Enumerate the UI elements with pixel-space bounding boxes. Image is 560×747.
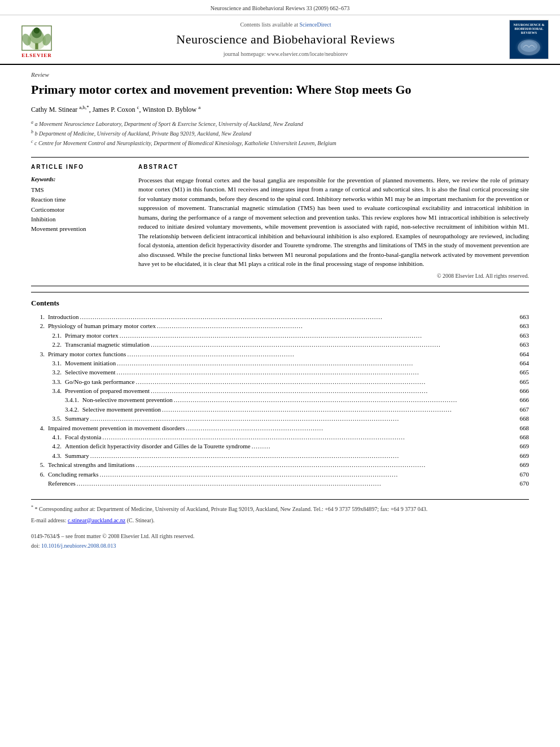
journal-cover-image: NEUROSCIENCE & BIOBEHAVIORAL REVIEWS: [509, 20, 549, 59]
toc-num-3-4-2: 3.4.2.: [65, 405, 82, 414]
toc-title-2-1: Primary motor cortex ...................…: [65, 331, 529, 340]
toc-title-2: Physiology of human primary motor cortex…: [48, 322, 529, 330]
toc-num-3-3: 3.3.: [48, 378, 65, 386]
affiliation-c: c c Centre for Movement Control and Neur…: [31, 138, 529, 148]
author-coxon: James P. Coxon c,: [93, 106, 142, 113]
toc-item-4-2: 4.2. Attention deficit hyperactivity dis…: [31, 442, 529, 451]
toc-title-3-4-1: Non-selective movement prevention ......…: [82, 396, 529, 404]
table-of-contents: Contents 1. Introduction ...............…: [31, 292, 529, 488]
keyword-movement-prevention: Movement prevention: [31, 225, 127, 233]
svg-point-4: [34, 28, 40, 34]
keywords-label: Keywords:: [31, 176, 127, 184]
toc-num-3-1: 3.1.: [48, 359, 65, 368]
keyword-corticomotor: Corticomotor: [31, 206, 127, 214]
toc-title-3-4: Prevention of prepared movement ........…: [65, 387, 529, 395]
elsevier-logo: ELSEVIER: [11, 20, 62, 59]
affiliation-a: a a Movement Neuroscience Laboratory, De…: [31, 119, 529, 129]
journal-top-header: Neuroscience and Biobehavioral Reviews 3…: [0, 0, 560, 15]
article-content: Review Primary motor cortex and movement…: [0, 65, 560, 561]
toc-num-3-2: 3.2.: [48, 368, 65, 377]
elsevier-tree-icon: [20, 25, 54, 51]
journal-homepage: journal homepage: www.elsevier.com/locat…: [73, 50, 498, 58]
toc-item-3-1: 3.1. Movement initiation ...............…: [31, 359, 529, 368]
toc-item-4: 4. Impaired movement prevention in movem…: [31, 424, 529, 433]
toc-num-3: 3.: [31, 350, 48, 359]
toc-item-3-2: 3.2. Selective movement ................…: [31, 368, 529, 377]
divider-after-affiliations: [31, 157, 529, 158]
affiliations: a a Movement Neuroscience Laboratory, De…: [31, 119, 529, 148]
toc-title-4-2: Attention deficit hyperactivity disorder…: [65, 442, 529, 451]
toc-num-2: 2.: [31, 322, 48, 330]
keyword-tms: TMS: [31, 186, 127, 194]
toc-item-3-4-1: 3.4.1. Non-selective movement prevention…: [31, 396, 529, 404]
journal-banner: ELSEVIER Contents lists available at Sci…: [0, 15, 560, 65]
toc-num-2-1: 2.1.: [48, 331, 65, 340]
cover-brain-image: [515, 37, 543, 57]
svg-point-9: [520, 41, 537, 52]
toc-title-4: Impaired movement prevention in movement…: [48, 424, 529, 433]
toc-title-3-2: Selective movement .....................…: [65, 368, 529, 377]
toc-item-2: 2. Physiology of human primary motor cor…: [31, 322, 529, 330]
author-byblow: Winston D. Byblow a: [142, 106, 200, 113]
copyright-notice: © 2008 Elsevier Ltd. All rights reserved…: [138, 272, 529, 280]
toc-item-5: 5. Technical strengths and limitations .…: [31, 461, 529, 469]
toc-item-4-3: 4.3. Summary ...........................…: [31, 452, 529, 460]
abstract-header: ABSTRACT: [138, 163, 529, 171]
issn-note: 0149-7634/$ – see front matter © 2008 El…: [31, 532, 529, 540]
toc-item-3-4: 3.4. Prevention of prepared movement ...…: [31, 387, 529, 395]
article-title: Primary motor cortex and movement preven…: [31, 82, 529, 98]
toc-item-3-4-2: 3.4.2. Selective movement prevention ...…: [31, 405, 529, 414]
toc-num-3-5: 3.5.: [48, 414, 65, 423]
affiliation-b: b b Department of Medicine, University o…: [31, 129, 529, 138]
toc-title-2-2: Transcranial magnetic stimulation ......…: [65, 340, 529, 349]
keyword-inhibition: Inhibition: [31, 215, 127, 224]
toc-item-3: 3. Primary motor cortex functions ......…: [31, 350, 529, 359]
toc-num-3-4: 3.4.: [48, 387, 65, 395]
toc-num-6: 6.: [31, 470, 48, 479]
toc-item-1: 1. Introduction ........................…: [31, 313, 529, 321]
toc-item-3-3: 3.3. Go/No-go task performance .........…: [31, 378, 529, 386]
toc-num-3-4-1: 3.4.1.: [65, 396, 82, 404]
cover-title-text: NEUROSCIENCE & BIOBEHAVIORAL REVIEWS: [510, 22, 548, 37]
toc-num-2-2: 2.2.: [48, 340, 65, 349]
toc-item-4-1: 4.1. Focal dystonia ....................…: [31, 433, 529, 442]
toc-num-4: 4.: [31, 424, 48, 433]
toc-item-2-1: 2.1. Primary motor cortex ..............…: [31, 331, 529, 340]
toc-num-4-2: 4.2.: [48, 442, 65, 451]
doi-line: doi: 10.1016/j.neubiorev.2008.08.013: [31, 542, 529, 550]
article-info-header: ARTICLE INFO: [31, 163, 127, 171]
divider-before-contents: [31, 286, 529, 286]
toc-title-3: Primary motor cortex functions .........…: [48, 350, 529, 359]
toc-title-3-1: Movement initiation ....................…: [65, 359, 529, 368]
toc-title-4-3: Summary ................................…: [65, 452, 529, 460]
toc-title-1: Introduction ...........................…: [48, 313, 529, 321]
toc-item-3-5: 3.5. Summary ...........................…: [31, 414, 529, 423]
brain-icon: [515, 37, 543, 57]
email-note: E-mail address: c.stinear@auckland.ac.nz…: [31, 516, 529, 525]
authors-line: Cathy M. Stinear a,b,*, James P. Coxon c…: [31, 104, 529, 115]
article-footer: * * Corresponding author at: Department …: [31, 499, 529, 549]
toc-num-1: 1.: [31, 313, 48, 321]
contents-title: Contents: [31, 298, 529, 308]
toc-item-6: 6. Concluding remarks ..................…: [31, 470, 529, 479]
abstract-column: ABSTRACT Processes that engage frontal c…: [138, 163, 529, 280]
author-email-link[interactable]: c.stinear@auckland.ac.nz: [68, 517, 125, 523]
toc-title-5: Technical strengths and limitations ....…: [48, 461, 529, 469]
toc-num-5: 5.: [31, 461, 48, 469]
keyword-reaction-time: Reaction time: [31, 195, 127, 204]
toc-title-3-5: Summary ................................…: [65, 414, 529, 423]
sciencedirect-link[interactable]: ScienceDirect: [299, 21, 331, 28]
toc-num-4-1: 4.1.: [48, 433, 65, 442]
toc-num-4-3: 4.3.: [48, 452, 65, 460]
doi-link[interactable]: 10.1016/j.neubiorev.2008.08.013: [41, 543, 116, 549]
journal-title: Neuroscience and Biobehavioral Reviews: [73, 31, 498, 49]
elsevier-wordmark: ELSEVIER: [21, 52, 52, 59]
sciencedirect-notice: Contents lists available at ScienceDirec…: [73, 21, 498, 29]
toc-item-references: References .............................…: [31, 479, 529, 488]
corresponding-author-note: * * Corresponding author at: Department …: [31, 504, 529, 513]
article-info-abstract: ARTICLE INFO Keywords: TMS Reaction time…: [31, 163, 529, 280]
toc-title-6: Concluding remarks .....................…: [48, 470, 529, 479]
author-stinear: Cathy M. Stinear a,b,*,: [31, 106, 93, 113]
article-info-column: ARTICLE INFO Keywords: TMS Reaction time…: [31, 163, 127, 280]
toc-title-3-3: Go/No-go task performance ..............…: [65, 378, 529, 386]
